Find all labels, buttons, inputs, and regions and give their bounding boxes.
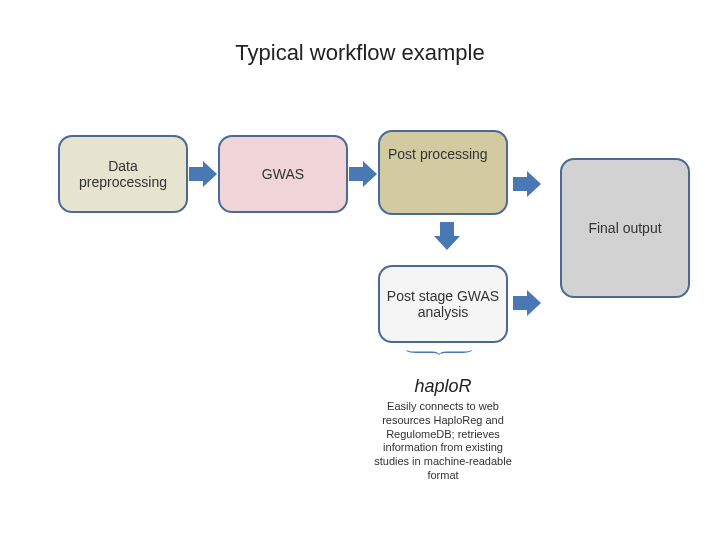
arrow-right-icon xyxy=(513,290,541,316)
haplor-description: Easily connects to web resources HaploRe… xyxy=(368,400,518,483)
arrow-down-icon xyxy=(434,222,460,250)
curly-brace-icon: ︸ xyxy=(248,346,638,362)
arrow-right-icon xyxy=(349,161,377,187)
arrow-right-icon xyxy=(189,161,217,187)
box-data-preprocessing: Data preprocessing xyxy=(58,135,188,213)
arrow-right-icon xyxy=(513,171,541,197)
haplor-label: haploR xyxy=(378,376,508,397)
box-post-processing: Post processing xyxy=(378,130,508,215)
box-post-stage-gwas: Post stage GWAS analysis xyxy=(378,265,508,343)
box-final-output: Final output xyxy=(560,158,690,298)
diagram-title: Typical workflow example xyxy=(0,40,720,66)
box-gwas: GWAS xyxy=(218,135,348,213)
